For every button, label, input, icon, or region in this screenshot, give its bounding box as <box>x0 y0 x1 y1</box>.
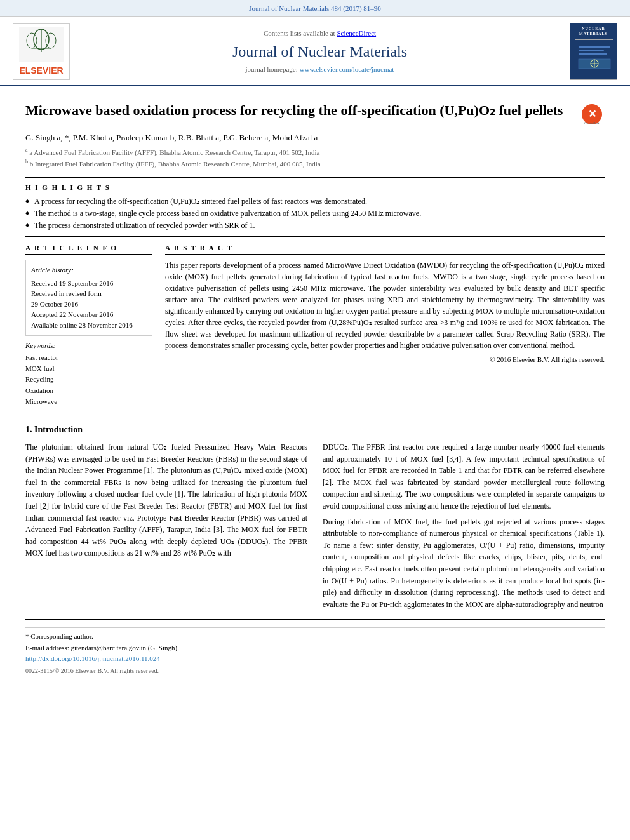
affiliations: a a Advanced Fuel Fabrication Facility (… <box>25 147 605 170</box>
introduction-title: 1. Introduction <box>25 423 605 436</box>
article-info-column: A R T I C L E I N F O Article history: R… <box>25 243 152 408</box>
affiliation-b: b b Integrated Fuel Fabrication Facility… <box>25 158 605 170</box>
elsevier-tree-icon <box>19 27 64 62</box>
email-note: E-mail address: gitendars@barc tara.gov.… <box>25 643 605 653</box>
sciencedirect-link[interactable]: ScienceDirect <box>337 29 376 37</box>
svg-text:✕: ✕ <box>588 109 596 119</box>
abstract-column: A B S T R A C T This paper reports devel… <box>165 243 605 408</box>
body-section: 1. Introduction The plutonium obtained f… <box>25 418 605 614</box>
journal-name: Journal of Nuclear Materials <box>70 41 570 63</box>
received-date: Received 19 September 2016 <box>31 278 147 289</box>
article-info-abstract-section: A R T I C L E I N F O Article history: R… <box>25 243 605 408</box>
keyword-1: Fast reactor <box>25 353 152 363</box>
elsevier-brand-text: ELSEVIER <box>17 65 65 77</box>
divider-body <box>25 418 605 418</box>
keyword-3: Recycling <box>25 375 152 384</box>
journal-thumbnail: NUCLEAR MATERIALS <box>570 23 617 80</box>
thumb-text: NUCLEAR MATERIALS <box>573 26 614 37</box>
svg-rect-9 <box>579 53 607 55</box>
keyword-5: Microwave <box>25 397 152 406</box>
intro-left-text: The plutonium obtained from natural UO₂ … <box>25 441 307 559</box>
main-content: Microwave based oxidation process for re… <box>0 86 630 688</box>
highlights-title: H I G H L I G H T S <box>25 183 605 192</box>
article-title-section: Microwave based oxidation process for re… <box>25 102 605 127</box>
article-info-header: A R T I C L E I N F O <box>25 243 152 255</box>
svg-rect-7 <box>579 46 610 48</box>
keywords-section: Keywords: Fast reactor MOX fuel Recyclin… <box>25 341 152 406</box>
accepted-date: Accepted 22 November 2016 <box>31 309 147 320</box>
crossmark-icon: ✕ CrossMark <box>580 103 603 126</box>
doi-link[interactable]: http://dx.doi.org/10.1016/j.jnucmat.2016… <box>25 655 160 662</box>
copyright-text: © 2016 Elsevier B.V. All rights reserved… <box>165 355 605 364</box>
intro-right-text: DDUO₂. The PFBR first reactor core requi… <box>323 441 605 512</box>
available-date: Available online 28 November 2016 <box>31 320 147 331</box>
article-title: Microwave based oxidation process for re… <box>25 102 572 120</box>
svg-text:CrossMark: CrossMark <box>584 121 600 125</box>
journal-citation-bar: Journal of Nuclear Materials 484 (2017) … <box>0 0 630 17</box>
affiliation-a: a a Advanced Fuel Fabrication Facility (… <box>25 147 605 158</box>
divider-highlights <box>25 177 605 178</box>
journal-homepage: journal homepage: www.elsevier.com/locat… <box>70 65 570 74</box>
highlight-item-2: The method is a two-stage, single cycle … <box>25 208 605 219</box>
elsevier-logo-area: ELSEVIER <box>13 23 70 81</box>
journal-title-area: Contents lists available at ScienceDirec… <box>70 29 570 74</box>
keywords-list: Fast reactor MOX fuel Recycling Oxidatio… <box>25 353 152 407</box>
received-revised-date: 29 October 2016 <box>31 299 147 310</box>
journal-cover-icon <box>575 40 613 78</box>
highlight-item-3: The process demonstrated utilization of … <box>25 220 605 231</box>
article-history-box: Article history: Received 19 September 2… <box>25 260 152 336</box>
sciencedirect-text: Contents lists available at ScienceDirec… <box>70 29 570 38</box>
introduction-right-col: DDUO₂. The PFBR first reactor core requi… <box>323 441 605 614</box>
divider-footnotes <box>25 619 605 620</box>
keyword-2: MOX fuel <box>25 364 152 373</box>
homepage-link[interactable]: www.elsevier.com/locate/jnucmat <box>299 65 394 73</box>
divider-article-info <box>25 236 605 237</box>
crossmark-badge[interactable]: ✕ CrossMark <box>579 102 605 127</box>
received-revised-label: Received in revised form <box>31 288 147 299</box>
abstract-header: A B S T R A C T <box>165 243 605 255</box>
journal-citation-text: Journal of Nuclear Materials 484 (2017) … <box>249 4 381 12</box>
highlight-item-1: A process for recycling the off-specific… <box>25 196 605 207</box>
intro-right-text-2: During fabrication of MOX fuel, the fuel… <box>323 516 605 611</box>
corresponding-author-note: * Corresponding author. <box>25 632 605 641</box>
keyword-4: Oxidation <box>25 386 152 396</box>
issn-text: 0022-3115/© 2016 Elsevier B.V. All right… <box>25 667 605 676</box>
introduction-left-col: The plutonium obtained from natural UO₂ … <box>25 441 307 614</box>
keywords-label: Keywords: <box>25 341 152 350</box>
highlights-list: A process for recycling the off-specific… <box>25 196 605 230</box>
journal-header: ELSEVIER Contents lists available at Sci… <box>0 17 630 86</box>
introduction-two-col: The plutonium obtained from natural UO₂ … <box>25 441 605 614</box>
footnote-section: * Corresponding author. E-mail address: … <box>25 627 605 675</box>
abstract-text: This paper reports development of a proc… <box>165 260 605 351</box>
svg-rect-8 <box>579 50 604 51</box>
history-label: Article history: <box>31 265 147 275</box>
authors-line: G. Singh a, *, P.M. Khot a, Pradeep Kuma… <box>25 132 605 143</box>
